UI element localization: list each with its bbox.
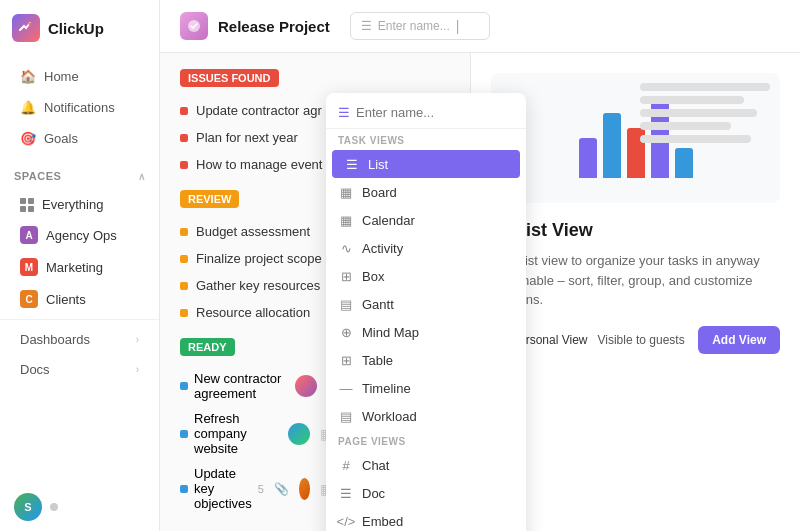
- spaces-section: Spaces ∧: [0, 158, 159, 190]
- timeline-label: Timeline: [362, 381, 411, 396]
- home-icon: 🏠: [20, 68, 36, 84]
- logo-area: ClickUp: [0, 0, 159, 56]
- marketing-label: Marketing: [46, 260, 103, 275]
- list-view-icon: ☰: [344, 156, 360, 172]
- view-dropdown: ☰ TASK VIEWS ☰ List ▦ Board ▦ Calendar ∿…: [326, 93, 526, 531]
- dropdown-search-area[interactable]: ☰: [326, 101, 526, 129]
- bar-5: [675, 148, 693, 178]
- dropdown-item-chat[interactable]: # Chat: [326, 451, 526, 479]
- spaces-header: Spaces ∧: [14, 170, 145, 182]
- ready-text-3: Update key objectives: [194, 466, 252, 511]
- search-icon: ☰: [361, 19, 372, 33]
- sidebar-item-notifications[interactable]: 🔔 Notifications: [6, 92, 153, 122]
- task-indicator-red-3: [180, 161, 188, 169]
- sidebar-item-agency-ops[interactable]: A Agency Ops: [6, 220, 153, 250]
- dashboards-chevron: ›: [136, 334, 139, 345]
- dropdown-item-board[interactable]: ▦ Board: [326, 178, 526, 206]
- gantt-label: Gantt: [362, 297, 394, 312]
- bell-icon: 🔔: [20, 99, 36, 115]
- panel-visual: [491, 73, 780, 203]
- search-box[interactable]: ☰ Enter name... |: [350, 12, 490, 40]
- workload-label: Workload: [362, 409, 417, 424]
- page-views-label: PAGE VIEWS: [326, 430, 526, 451]
- panel-description: Use List view to organize your tasks in …: [491, 251, 780, 310]
- task-indicator-yellow-4: [180, 309, 188, 317]
- project-header: Release Project ☰ Enter name... |: [160, 0, 800, 53]
- list-icon-header: ☰: [338, 105, 350, 120]
- docs-left: Docs: [20, 362, 50, 377]
- panel-line-4: [640, 122, 731, 130]
- sidebar-item-goals[interactable]: 🎯 Goals: [6, 123, 153, 153]
- dropdown-item-box[interactable]: ⊞ Box: [326, 262, 526, 290]
- mindmap-icon: ⊕: [338, 324, 354, 340]
- chat-label: Chat: [362, 458, 389, 473]
- doc-label: Doc: [362, 486, 385, 501]
- agency-ops-label: Agency Ops: [46, 228, 117, 243]
- gantt-icon: ▤: [338, 296, 354, 312]
- sidebar-item-marketing[interactable]: M Marketing: [6, 252, 153, 282]
- ready-text-2: Refresh company website: [194, 411, 282, 456]
- search-placeholder: Enter name...: [378, 19, 450, 33]
- task-avatar-3: [299, 478, 310, 500]
- task-indicator-yellow-2: [180, 255, 188, 263]
- task-indicator-red-2: [180, 134, 188, 142]
- sidebar-item-clients[interactable]: C Clients: [6, 284, 153, 314]
- panel-title-area: ☰ List View: [491, 219, 780, 241]
- panel-actions: Personal View Visible to guests Add View: [491, 326, 780, 354]
- sidebar-item-docs[interactable]: Docs ›: [6, 355, 153, 384]
- task-avatar-2: [288, 423, 310, 445]
- workload-icon: ▤: [338, 408, 354, 424]
- target-icon: 🎯: [20, 130, 36, 146]
- panel-line-2: [640, 96, 744, 104]
- timeline-icon: —: [338, 380, 354, 396]
- dropdown-item-doc[interactable]: ☰ Doc: [326, 479, 526, 507]
- visible-guests-label: Visible to guests: [598, 333, 685, 347]
- box-label: Box: [362, 269, 384, 284]
- dropdown-item-activity[interactable]: ∿ Activity: [326, 234, 526, 262]
- sidebar-nav: 🏠 Home 🔔 Notifications 🎯 Goals: [0, 56, 159, 158]
- panel-list-lines: [640, 83, 770, 148]
- table-icon: ⊞: [338, 352, 354, 368]
- sidebar-bottom-section: Dashboards › Docs ›: [0, 319, 159, 389]
- clients-avatar: C: [20, 290, 38, 308]
- paperclip-icon-3: 📎: [274, 482, 289, 496]
- chevron-icon: ∧: [138, 171, 146, 182]
- dropdown-item-gantt[interactable]: ▤ Gantt: [326, 290, 526, 318]
- svg-point-0: [29, 23, 32, 26]
- dropdown-item-calendar[interactable]: ▦ Calendar: [326, 206, 526, 234]
- ready-badge: READY: [180, 338, 235, 356]
- dropdown-item-mindmap[interactable]: ⊕ Mind Map: [326, 318, 526, 346]
- sidebar-item-home[interactable]: 🏠 Home: [6, 61, 153, 91]
- project-title: Release Project: [218, 18, 330, 35]
- dropdown-item-table[interactable]: ⊞ Table: [326, 346, 526, 374]
- dropdown-item-timeline[interactable]: — Timeline: [326, 374, 526, 402]
- sidebar-item-dashboards[interactable]: Dashboards ›: [6, 325, 153, 354]
- bar-2: [603, 113, 621, 178]
- ready-extra-3: 5: [258, 483, 264, 495]
- embed-label: Embed: [362, 514, 403, 529]
- panel-title-text: List View: [515, 220, 593, 241]
- box-icon: ⊞: [338, 268, 354, 284]
- dropdown-search-input[interactable]: [356, 105, 514, 120]
- task-indicator-yellow-1: [180, 228, 188, 236]
- agency-ops-avatar: A: [20, 226, 38, 244]
- home-label: Home: [44, 69, 79, 84]
- project-icon: [180, 12, 208, 40]
- dropdown-item-embed[interactable]: </> Embed: [326, 507, 526, 531]
- panel-line-3: [640, 109, 757, 117]
- dropdown-item-workload[interactable]: ▤ Workload: [326, 402, 526, 430]
- add-view-button[interactable]: Add View: [698, 326, 780, 354]
- list-label: List: [368, 157, 388, 172]
- panel-line-5: [640, 135, 751, 143]
- bar-1: [579, 138, 597, 178]
- sidebar-item-everything[interactable]: Everything: [6, 191, 153, 218]
- sidebar-footer: S: [0, 483, 159, 531]
- calendar-label: Calendar: [362, 213, 415, 228]
- avatar[interactable]: S: [14, 493, 42, 521]
- task-indicator-blue-2: [180, 430, 188, 438]
- dropdown-item-list[interactable]: ☰ List: [332, 150, 520, 178]
- app-name: ClickUp: [48, 20, 104, 37]
- task-avatar-1: [295, 375, 317, 397]
- table-label: Table: [362, 353, 393, 368]
- chat-icon: #: [338, 457, 354, 473]
